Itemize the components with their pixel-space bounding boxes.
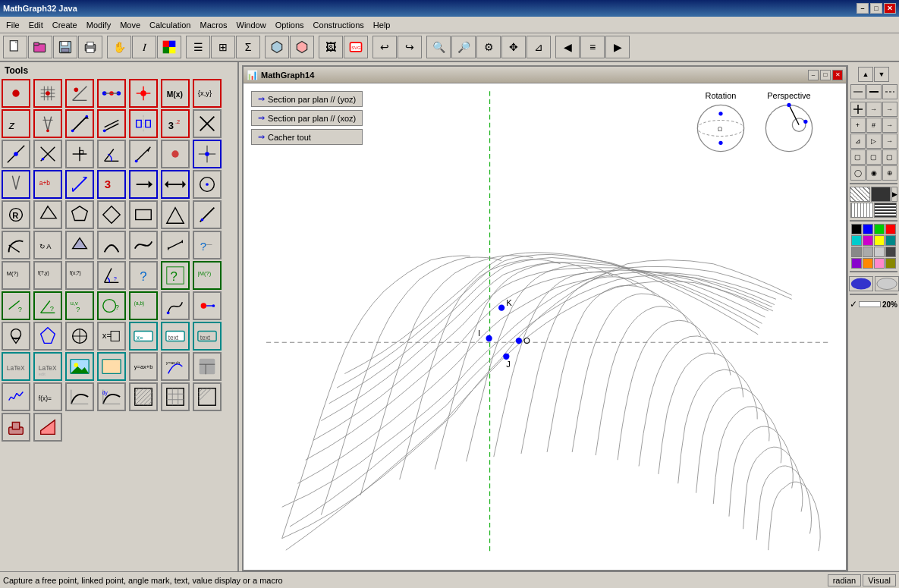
minimize-button[interactable]: –: [857, 3, 869, 14]
color-cyan[interactable]: [851, 235, 862, 246]
tool-bezier[interactable]: [97, 231, 126, 259]
color-teal[interactable]: [885, 235, 896, 246]
style-t1[interactable]: ◯: [850, 165, 866, 181]
style-r3[interactable]: →: [882, 134, 897, 149]
color-gray1[interactable]: [851, 247, 862, 257]
tool-question[interactable]: ?—: [193, 231, 222, 259]
tool-path3[interactable]: [2, 322, 30, 351]
color-magenta[interactable]: [863, 235, 873, 246]
tool-z[interactable]: z: [2, 109, 30, 138]
point-style-arrow-l[interactable]: →: [882, 102, 897, 117]
tool-cross[interactable]: [193, 109, 222, 138]
tool-latex2[interactable]: LaTeXedit: [33, 352, 62, 381]
canvas-minimize[interactable]: –: [808, 70, 819, 80]
tool-rect[interactable]: [129, 200, 158, 229]
menu-constructions[interactable]: Constructions: [309, 19, 369, 31]
tool-line-seg[interactable]: [193, 200, 222, 229]
export-svg-button[interactable]: SVG: [344, 36, 368, 58]
scroll-right[interactable]: ▶: [891, 187, 897, 202]
tool-func-affine[interactable]: y=ax+b: [161, 352, 190, 381]
color-darkgray[interactable]: [885, 247, 896, 257]
tool-func-expr[interactable]: f(x)=: [33, 382, 62, 411]
tool-angle-point[interactable]: [65, 79, 94, 108]
style-r2[interactable]: ▷: [866, 134, 882, 149]
tool-path5[interactable]: [65, 322, 94, 351]
tool-pentagon[interactable]: [65, 200, 94, 229]
canvas-close[interactable]: ✕: [832, 70, 843, 80]
tool-hatch2[interactable]: [193, 382, 222, 411]
canvas-maximize[interactable]: □: [820, 70, 831, 80]
tool-image[interactable]: [65, 352, 94, 381]
maximize-button[interactable]: □: [870, 3, 882, 14]
tool-func-x[interactable]: f(x;?): [65, 261, 94, 290]
nav-back-button[interactable]: ◀: [555, 36, 580, 58]
print-button[interactable]: [78, 36, 102, 58]
hand-button[interactable]: ✋: [107, 36, 131, 58]
tool-3point[interactable]: 3: [97, 170, 126, 199]
tool-question2[interactable]: ?: [129, 261, 158, 290]
tool-matrix2[interactable]: M(?): [2, 261, 30, 290]
redo-button[interactable]: ↪: [398, 36, 422, 58]
tool-measure-seg[interactable]: [161, 231, 190, 259]
tool-circle-info[interactable]: ?: [97, 291, 126, 320]
tool-grid[interactable]: [33, 79, 62, 108]
cursor-button[interactable]: 𝐼: [132, 36, 156, 58]
line-dash[interactable]: [882, 84, 897, 99]
tool-func[interactable]: a+b: [33, 170, 62, 199]
style-t3[interactable]: ⊕: [882, 165, 897, 181]
color-green[interactable]: [874, 224, 885, 234]
tool-matrix[interactable]: M(x): [161, 79, 190, 108]
cube-button[interactable]: [265, 36, 289, 58]
pattern-hatch3[interactable]: [874, 203, 897, 218]
point-style-arrow-r[interactable]: →: [866, 102, 882, 117]
style-arrow[interactable]: →: [882, 118, 897, 133]
tool-text-static[interactable]: text: [161, 322, 190, 351]
undo-button[interactable]: ↩: [372, 36, 397, 58]
menu-move[interactable]: Move: [115, 19, 145, 31]
style-s1[interactable]: ▢: [850, 149, 866, 165]
zoom-in-button[interactable]: 🔍: [426, 36, 451, 58]
color-pink[interactable]: [874, 258, 885, 269]
section-xoz-button[interactable]: Section par plan // (xoz): [251, 110, 363, 126]
tool-segment2[interactable]: [65, 170, 94, 199]
color-black[interactable]: [851, 224, 862, 234]
menu-calculation[interactable]: Calculation: [145, 19, 195, 31]
tool-parallel[interactable]: [97, 109, 126, 138]
tool-arc[interactable]: [2, 231, 30, 259]
3d-surface[interactable]: K O I J: [244, 83, 846, 570]
nav-fwd-button[interactable]: ▶: [605, 36, 630, 58]
menu-help[interactable]: Help: [369, 19, 395, 31]
tool-point-on-line[interactable]: [161, 140, 190, 168]
color-gray2[interactable]: [863, 247, 873, 257]
tool-reflect[interactable]: [129, 109, 158, 138]
shape-ellipse-light[interactable]: [875, 276, 899, 291]
pattern-hatch2[interactable]: [850, 203, 873, 218]
color-red[interactable]: [885, 224, 896, 234]
tool-func-xy[interactable]: f(?,y): [33, 261, 62, 290]
tool-path6[interactable]: x=: [97, 322, 126, 351]
tool-number[interactable]: 3.2: [161, 109, 190, 138]
tool-double-arrow[interactable]: [161, 170, 190, 199]
tool-midpoint[interactable]: [97, 79, 126, 108]
tool-path2[interactable]: [193, 291, 222, 320]
style-r1[interactable]: ⊿: [850, 134, 866, 149]
tool-perp[interactable]: [65, 140, 94, 168]
tool-sequence[interactable]: [2, 382, 30, 411]
color-yellow[interactable]: [874, 235, 885, 246]
menu-modify[interactable]: Modify: [82, 19, 115, 31]
tool-eraser[interactable]: [33, 413, 62, 442]
zoom-out-button[interactable]: 🔎: [451, 36, 476, 58]
tool-input[interactable]: x=: [129, 322, 158, 351]
menu-macros[interactable]: Macros: [195, 19, 231, 31]
style-t2[interactable]: ◉: [866, 165, 882, 181]
canvas-content[interactable]: Section par plan // (yoz) Section par pl…: [244, 83, 846, 570]
line-thick2[interactable]: [866, 84, 882, 99]
tool-fill[interactable]: [65, 231, 94, 259]
tool-angle-mark[interactable]: ?: [97, 261, 126, 290]
tool-arrow[interactable]: [129, 170, 158, 199]
new-button[interactable]: [3, 36, 27, 58]
visual-button[interactable]: Visual: [863, 574, 896, 586]
tool-circle[interactable]: [193, 170, 222, 199]
tool-vector[interactable]: [129, 140, 158, 168]
style-hash[interactable]: #: [866, 118, 882, 133]
